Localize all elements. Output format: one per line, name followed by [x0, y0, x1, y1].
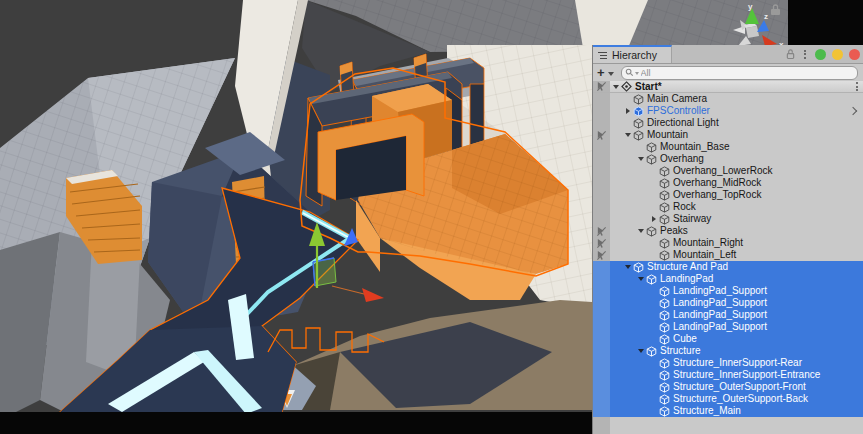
hierarchy-row[interactable]: Rock [593, 201, 863, 213]
prefab-chevron-icon[interactable] [850, 108, 863, 114]
gameobject-cube-icon [633, 262, 644, 273]
hierarchy-row[interactable]: Structure [593, 345, 863, 357]
picking-disabled-icon [596, 238, 607, 249]
window-button-green[interactable] [815, 49, 826, 60]
row-gutter[interactable] [593, 261, 610, 273]
gameobject-cube-icon [659, 286, 670, 297]
row-gutter[interactable] [593, 333, 610, 345]
hierarchy-row[interactable]: Overhang_LowerRock [593, 165, 863, 177]
expander-arrow[interactable] [635, 229, 646, 233]
gameobject-cube-icon [659, 382, 670, 393]
row-gutter[interactable] [593, 357, 610, 369]
hierarchy-row[interactable]: Structure_InnerSupport-Rear [593, 357, 863, 369]
gameobject-cube-icon [659, 202, 670, 213]
row-gutter[interactable] [593, 201, 610, 213]
hierarchy-row[interactable]: Mountain_Base [593, 141, 863, 153]
row-gutter[interactable] [593, 249, 610, 261]
scene-header-row[interactable]: Start* [593, 81, 863, 93]
row-gutter[interactable] [593, 153, 610, 165]
gameobject-cube-icon [646, 226, 657, 237]
hierarchy-row[interactable]: Cube [593, 333, 863, 345]
gameobject-label: Structure_Main [673, 405, 741, 417]
hierarchy-row[interactable]: FPSController [593, 105, 863, 117]
window-button-yellow[interactable] [832, 49, 843, 60]
hierarchy-row[interactable]: Mountain [593, 129, 863, 141]
hierarchy-row[interactable]: Overhang [593, 153, 863, 165]
gameobject-label: Rock [673, 201, 696, 213]
row-gutter[interactable] [593, 405, 610, 417]
picking-disabled-icon [596, 130, 607, 141]
scene-expander[interactable] [610, 85, 621, 89]
row-gutter[interactable] [593, 129, 610, 141]
hierarchy-row[interactable]: Structure And Pad [593, 261, 863, 273]
gameobject-label: LandingPad_Support [673, 321, 767, 333]
add-dropdown-arrow [608, 72, 614, 76]
add-gameobject-button[interactable]: + [597, 66, 614, 79]
gameobject-label: Structure And Pad [647, 261, 728, 273]
row-gutter[interactable] [593, 237, 610, 249]
gameobject-label: Peaks [660, 225, 688, 237]
row-gutter[interactable] [593, 393, 610, 405]
hierarchy-row[interactable]: LandingPad_Support [593, 285, 863, 297]
gameobject-cube-icon [646, 154, 657, 165]
hierarchy-row[interactable]: LandingPad [593, 273, 863, 285]
expander-arrow[interactable] [622, 133, 633, 137]
row-gutter[interactable] [593, 369, 610, 381]
row-gutter[interactable] [593, 297, 610, 309]
axis-y-label: y [748, 2, 753, 11]
hierarchy-row[interactable]: Overhang_TopRock [593, 189, 863, 201]
gameobject-cube-icon [659, 334, 670, 345]
row-gutter[interactable] [593, 105, 610, 117]
row-gutter[interactable] [593, 117, 610, 129]
row-gutter[interactable] [593, 225, 610, 237]
hierarchy-row[interactable]: LandingPad_Support [593, 297, 863, 309]
row-gutter[interactable] [593, 165, 610, 177]
row-gutter[interactable] [593, 309, 610, 321]
gameobject-label: Structure_InnerSupport-Rear [673, 357, 802, 369]
expander-arrow[interactable] [622, 265, 633, 269]
hierarchy-row[interactable]: Overhang_MidRock [593, 177, 863, 189]
row-gutter[interactable] [593, 93, 610, 105]
row-gutter[interactable] [593, 273, 610, 285]
expander-arrow[interactable] [635, 277, 646, 281]
hierarchy-row[interactable]: Mountain_Left [593, 249, 863, 261]
hierarchy-row[interactable]: Peaks [593, 225, 863, 237]
gameobject-label: Overhang_MidRock [673, 177, 761, 189]
hierarchy-row[interactable]: LandingPad_Support [593, 309, 863, 321]
gameobject-label: Structure [660, 345, 701, 357]
hierarchy-row[interactable]: Directional Light [593, 117, 863, 129]
hierarchy-row[interactable]: LandingPad_Support [593, 321, 863, 333]
hierarchy-row[interactable]: Structurre_OuterSupport-Back [593, 393, 863, 405]
panel-menu-icon[interactable] [801, 48, 809, 61]
search-input[interactable] [639, 68, 853, 78]
gameobject-label: Overhang [660, 153, 704, 165]
hierarchy-row[interactable]: Stairway [593, 213, 863, 225]
gameobject-label: Mountain_Right [673, 237, 743, 249]
scene-gutter[interactable] [593, 81, 610, 92]
expander-arrow[interactable] [622, 108, 633, 114]
search-box[interactable] [621, 66, 858, 80]
hierarchy-row[interactable]: Mountain_Right [593, 237, 863, 249]
gameobject-label: Directional Light [647, 117, 719, 129]
hierarchy-row[interactable]: Structure_OuterSupport-Front [593, 381, 863, 393]
hierarchy-row[interactable]: Main Camera [593, 93, 863, 105]
window-button-red[interactable] [849, 49, 860, 60]
row-gutter[interactable] [593, 189, 610, 201]
gameobject-label: Structure_OuterSupport-Front [673, 381, 806, 393]
row-gutter[interactable] [593, 177, 610, 189]
row-gutter[interactable] [593, 285, 610, 297]
hierarchy-row[interactable]: Structure_Main [593, 405, 863, 417]
scene-options-icon[interactable] [853, 80, 863, 93]
expander-arrow[interactable] [635, 157, 646, 161]
expander-arrow[interactable] [635, 349, 646, 353]
row-gutter[interactable] [593, 345, 610, 357]
row-gutter[interactable] [593, 213, 610, 225]
row-gutter[interactable] [593, 321, 610, 333]
row-gutter[interactable] [593, 141, 610, 153]
hierarchy-row[interactable]: Structure_InnerSupport-Entrance [593, 369, 863, 381]
lock-icon[interactable] [786, 48, 795, 60]
gameobject-cube-icon [646, 346, 657, 357]
row-gutter[interactable] [593, 381, 610, 393]
tab-hierarchy[interactable]: Hierarchy [593, 45, 672, 63]
expander-arrow[interactable] [648, 216, 659, 222]
